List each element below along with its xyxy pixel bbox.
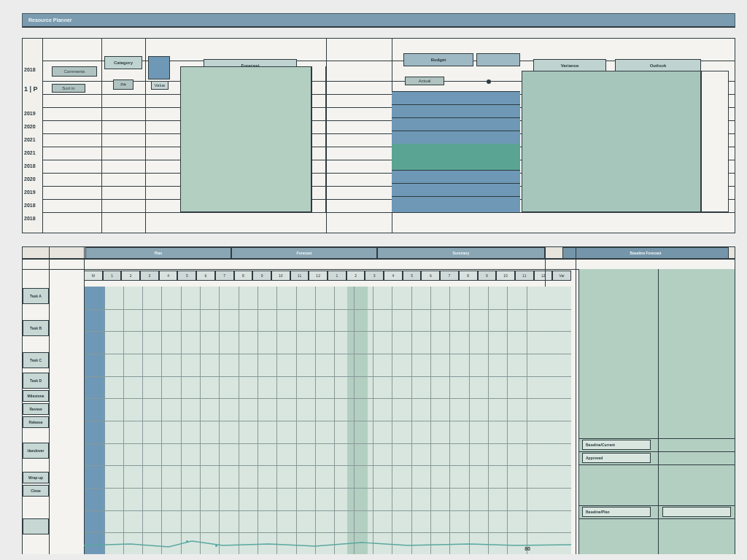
subhdr-cell[interactable]: 1 xyxy=(328,271,347,281)
strip-a xyxy=(311,66,326,212)
subhdr-cell[interactable]: 6 xyxy=(196,271,215,281)
lrow[interactable]: Milestone xyxy=(23,390,49,402)
subhdr-cell[interactable]: 8 xyxy=(234,271,253,281)
sub-pnum[interactable]: P# xyxy=(113,79,133,90)
row-idx[interactable]: 2018 xyxy=(24,160,41,172)
lrow[interactable]: Task D xyxy=(23,373,49,389)
row-idx[interactable]: 2020 xyxy=(24,120,41,133)
lower-grid[interactable] xyxy=(84,287,571,554)
row-idx[interactable]: 2019 xyxy=(24,107,41,120)
row-idx[interactable]: 2020 xyxy=(24,173,41,185)
lhdr-summary[interactable]: Summary xyxy=(377,247,545,259)
subhdr-cell[interactable]: 2 xyxy=(121,271,140,281)
hdr-blank1[interactable] xyxy=(148,56,170,79)
row-idx[interactable]: 2018 xyxy=(24,199,41,211)
lrow[interactable]: Review xyxy=(23,403,49,415)
hdr-budget[interactable]: Budget xyxy=(403,53,473,66)
row-idx[interactable]: 2019 xyxy=(24,186,41,198)
sub-comments[interactable]: Comments xyxy=(52,66,97,77)
subhdr-cell[interactable]: 2 xyxy=(347,271,365,281)
right-pane: Baseline/Current Approved Baseline/Plan xyxy=(578,269,735,554)
lower-panel: Plan Forecast Summary Baseline Forecast … xyxy=(22,246,735,554)
lrow[interactable]: Task C xyxy=(23,352,49,368)
rp-plan2[interactable] xyxy=(662,507,731,517)
row-idx[interactable]: 2018 xyxy=(24,63,41,76)
lrow[interactable]: Task B xyxy=(23,320,49,336)
lrow[interactable]: Release xyxy=(23,416,49,428)
title-text: Resource Planner xyxy=(28,18,72,23)
hdr-category[interactable]: Category xyxy=(104,56,142,69)
block-b[interactable] xyxy=(392,91,520,212)
subhdr-cell[interactable]: Var xyxy=(552,271,571,281)
row-idx[interactable]: 2021 xyxy=(24,133,41,146)
subhdr-cell[interactable]: 8 xyxy=(459,271,478,281)
sub-sortin[interactable]: Sort in xyxy=(52,84,85,93)
subhdr-cell[interactable]: 11 xyxy=(290,271,309,281)
upper-panel: 2018 1 | P 2019 2020 2021 2021 2018 2020… xyxy=(22,38,735,233)
row-idx[interactable]: 1 | P xyxy=(24,82,41,95)
lrow[interactable]: Handover xyxy=(23,443,49,459)
sub-value[interactable]: Value xyxy=(151,81,169,90)
subhdr-cell[interactable]: 5 xyxy=(177,271,196,281)
sub-actual[interactable]: Actual xyxy=(405,77,444,85)
title-bar: Resource Planner xyxy=(22,13,735,28)
subhdr-cell[interactable]: 1 xyxy=(103,271,122,281)
lhdr-plan[interactable]: Plan xyxy=(85,247,231,259)
upper-row-index: 2018 1 | P 2019 2020 2021 2021 2018 2020… xyxy=(23,39,43,233)
subhdr-cell[interactable]: 12 xyxy=(309,271,328,281)
lrow[interactable] xyxy=(23,518,49,534)
lhdr-baseline[interactable]: Baseline Forecast xyxy=(562,247,729,259)
block-c[interactable] xyxy=(522,71,701,212)
subhdr-cell[interactable]: 3 xyxy=(140,271,159,281)
lrow[interactable]: Task A xyxy=(23,288,49,304)
subhdr-cell[interactable]: 11 xyxy=(515,271,534,281)
subheader-row: M123456789101112123456789101112Var xyxy=(84,259,571,269)
subhdr-cell[interactable]: 10 xyxy=(271,271,290,281)
subhdr-cell[interactable]: 9 xyxy=(478,271,497,281)
rp-plan[interactable]: Baseline/Plan xyxy=(582,507,651,517)
rp-approved[interactable]: Approved xyxy=(582,453,651,463)
subhdr-cell[interactable]: 7 xyxy=(440,271,459,281)
lrow[interactable]: Close xyxy=(23,485,49,497)
subhdr-cell[interactable]: 10 xyxy=(496,271,515,281)
subhdr-cell[interactable]: 9 xyxy=(252,271,271,281)
subhdr-cell[interactable]: 4 xyxy=(384,271,403,281)
row-idx[interactable]: 2018 xyxy=(24,212,41,225)
subhdr-cell[interactable]: 6 xyxy=(421,271,440,281)
subhdr-cell[interactable]: 4 xyxy=(159,271,178,281)
subhdr-cell[interactable]: 7 xyxy=(215,271,234,281)
subhdr-cell[interactable]: 12 xyxy=(534,271,553,281)
sparkline: 80 xyxy=(84,532,571,551)
row-idx[interactable]: 2021 xyxy=(24,147,41,159)
subhdr-cell[interactable]: M xyxy=(84,271,103,281)
dot-icon xyxy=(487,79,491,84)
spark-value: 80 xyxy=(525,546,530,551)
block-c-end[interactable] xyxy=(701,71,729,212)
block-a[interactable] xyxy=(180,66,311,212)
subhdr-cell[interactable]: 3 xyxy=(365,271,384,281)
hdr-blank2[interactable] xyxy=(476,53,520,66)
subhdr-cell[interactable]: 5 xyxy=(403,271,422,281)
lrow[interactable]: Wrap-up xyxy=(23,472,49,483)
lhdr-forecast[interactable]: Forecast xyxy=(231,247,377,259)
rp-baseline[interactable]: Baseline/Current xyxy=(582,440,651,450)
